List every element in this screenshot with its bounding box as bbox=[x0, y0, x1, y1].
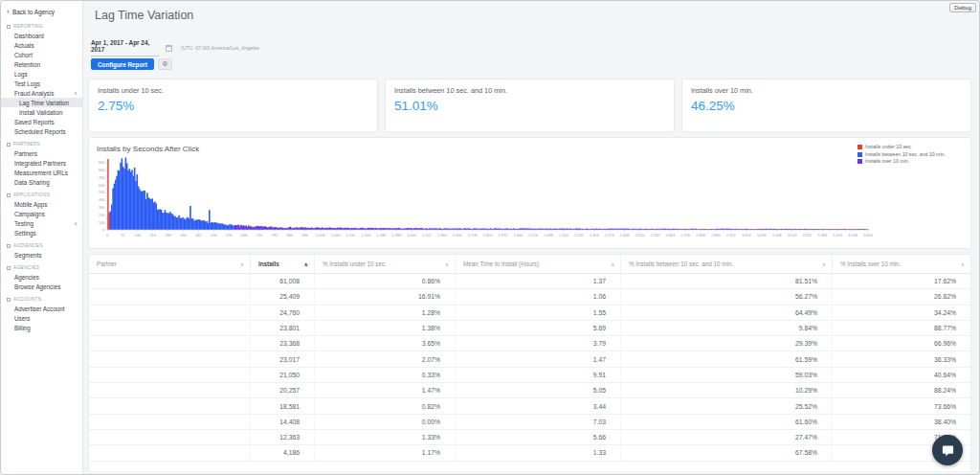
svg-text:3,024: 3,024 bbox=[742, 233, 752, 238]
table-row[interactable]: 18,5810.82%3.4425.52%73.66% bbox=[89, 398, 970, 414]
value-cell: 27.47% bbox=[620, 430, 832, 444]
value-cell: 1.47 bbox=[455, 351, 620, 366]
sidebar-item-mobile-apps[interactable]: Mobile Apps bbox=[1, 199, 82, 209]
value-cell: 3.44 bbox=[455, 398, 620, 413]
partner-cell bbox=[89, 430, 250, 444]
sidebar-item-dashboard[interactable]: Dashboard bbox=[1, 31, 82, 40]
chat-widget-button[interactable] bbox=[932, 435, 963, 465]
svg-text:864: 864 bbox=[287, 233, 294, 238]
sidebar-item-settings[interactable]: Settings bbox=[1, 228, 82, 238]
sidebar-item-label: Advertiser Account bbox=[14, 305, 65, 312]
svg-text:1,296: 1,296 bbox=[376, 233, 386, 238]
value-cell: 1.38% bbox=[314, 321, 455, 335]
svg-text:1,512: 1,512 bbox=[422, 233, 432, 238]
table-row[interactable]: 14,4080.00%7.0361.60%38.40% bbox=[89, 415, 970, 430]
column-header-installs-between-10-sec-and-10-min[interactable]: % Installs between 10 sec. and 10 min.∨ bbox=[620, 255, 832, 273]
sidebar-item-label: Retention bbox=[14, 61, 40, 68]
sidebar-item-testing[interactable]: Testing∨ bbox=[1, 218, 82, 228]
value-cell: 88.77% bbox=[832, 321, 970, 335]
value-cell: 1.55 bbox=[455, 305, 620, 320]
sidebar-item-logs[interactable]: Logs bbox=[1, 69, 82, 79]
sidebar-item-cohort[interactable]: Cohort bbox=[1, 50, 82, 59]
svg-text:72: 72 bbox=[121, 233, 124, 238]
sidebar-item-label: Data Sharing bbox=[14, 179, 50, 186]
value-cell: 1.33 bbox=[455, 445, 620, 460]
sidebar-item-saved-reports[interactable]: Saved Reports bbox=[1, 117, 82, 126]
table-body: 61,0080.86%1.3781.51%17.62%25,40916.91%1… bbox=[89, 274, 970, 462]
date-range-input[interactable]: Apr 1, 2017 - Apr 24, 2017 bbox=[91, 39, 159, 57]
svg-text:2,376: 2,376 bbox=[605, 233, 614, 238]
report-settings-button[interactable]: ⚙ bbox=[158, 58, 172, 70]
svg-text:1,080: 1,080 bbox=[331, 233, 342, 238]
back-label: Back to Agency bbox=[12, 9, 55, 15]
stat-value: 2.75% bbox=[98, 99, 368, 113]
sidebar-item-actuals[interactable]: Actuals bbox=[1, 40, 82, 50]
column-header-installs-under-10-sec[interactable]: % Installs under 10 sec.∨ bbox=[314, 255, 455, 273]
svg-text:504: 504 bbox=[211, 233, 217, 238]
svg-text:2,592: 2,592 bbox=[651, 233, 660, 238]
back-to-agency-link[interactable]: ‹ Back to Agency bbox=[1, 5, 82, 18]
table-row[interactable]: 23,8011.38%5.699.84%88.77% bbox=[89, 321, 970, 336]
svg-text:2,952: 2,952 bbox=[726, 233, 736, 238]
section-label: Applications bbox=[13, 192, 50, 197]
sort-asc-icon[interactable]: ∧ bbox=[304, 261, 308, 267]
sidebar-item-billing[interactable]: Billing bbox=[1, 323, 82, 332]
sidebar-item-agencies[interactable]: Agencies bbox=[1, 272, 82, 282]
table-row[interactable]: 23,0172.07%1.4761.59%36.33% bbox=[89, 351, 970, 367]
table-row[interactable]: 23,3683.65%3.7929.39%66.96% bbox=[89, 336, 970, 351]
value-cell: 23,801 bbox=[250, 321, 314, 335]
column-header-installs-over-10-min[interactable]: % Installs over 10 min.∨ bbox=[832, 255, 970, 273]
table-row[interactable]: 61,0080.86%1.3781.51%17.62% bbox=[89, 274, 970, 289]
sidebar-item-campaigns[interactable]: Campaigns bbox=[1, 209, 82, 218]
svg-text:2,520: 2,520 bbox=[635, 233, 646, 238]
debug-button[interactable]: Debug bbox=[949, 3, 976, 12]
sidebar-item-label: Logs bbox=[14, 71, 28, 78]
value-cell: 21,050 bbox=[250, 368, 314, 382]
sidebar-item-install-validation[interactable]: Install Validation bbox=[1, 107, 82, 117]
accounts-section-header: Accounts bbox=[1, 295, 82, 304]
sidebar-item-advertiser-account[interactable]: Advertiser Account bbox=[1, 304, 82, 313]
sidebar-item-users[interactable]: Users bbox=[1, 313, 82, 323]
sidebar-item-data-sharing[interactable]: Data Sharing bbox=[1, 177, 82, 187]
audiences-section-header: Audiences bbox=[1, 241, 82, 250]
sidebar-item-fraud-analysis[interactable]: Fraud Analysis∧ bbox=[1, 88, 82, 98]
column-header-partner[interactable]: Partner∨ bbox=[89, 255, 250, 273]
value-cell: 5.66 bbox=[455, 430, 620, 444]
collapse-chevron-icon: ∧ bbox=[74, 90, 78, 96]
sidebar-item-test-logs[interactable]: Test Logs bbox=[1, 79, 82, 88]
svg-text:3,096: 3,096 bbox=[757, 233, 767, 238]
partner-cell bbox=[89, 336, 250, 351]
table-row[interactable]: 20,2571.47%5.0510.29%88.24% bbox=[89, 383, 970, 398]
svg-text:3,312: 3,312 bbox=[803, 233, 813, 238]
value-cell: 0.86% bbox=[314, 274, 455, 288]
table-row[interactable]: 4,1861.17%1.3367.58%31.25% bbox=[89, 445, 970, 461]
sidebar-item-partners[interactable]: Partners bbox=[1, 148, 82, 158]
sidebar-item-lag-time-variation[interactable]: Lag Time Variation bbox=[1, 98, 82, 107]
column-header-installs[interactable]: Installs∧ bbox=[250, 255, 314, 273]
configure-report-button[interactable]: Configure Report bbox=[91, 58, 154, 70]
filter-chevron-icon[interactable]: ∨ bbox=[961, 261, 965, 267]
sidebar-item-segments[interactable]: Segments bbox=[1, 250, 82, 260]
column-header-mean-time-to-install-hours[interactable]: Mean Time to Install (Hours)∨ bbox=[455, 255, 620, 273]
sidebar-item-integrated-partners[interactable]: Integrated Partners bbox=[1, 158, 82, 168]
filter-chevron-icon[interactable]: ∨ bbox=[445, 261, 449, 267]
sidebar-item-retention[interactable]: Retention bbox=[1, 59, 82, 69]
value-cell: 0.82% bbox=[314, 398, 455, 413]
table-row[interactable]: 24,7601.28%1.5564.49%34.24% bbox=[89, 305, 970, 321]
value-cell: 40.64% bbox=[832, 368, 970, 382]
svg-text:288: 288 bbox=[165, 233, 171, 238]
sidebar-item-scheduled-reports[interactable]: Scheduled Reports bbox=[1, 126, 82, 136]
table-row[interactable]: 25,40916.91%1.0656.27%26.82% bbox=[89, 289, 970, 305]
value-cell: 3.65% bbox=[314, 336, 455, 351]
sidebar-item-measurement-urls[interactable]: Measurement URLs bbox=[1, 168, 82, 177]
filter-chevron-icon[interactable]: ∨ bbox=[822, 261, 826, 267]
value-cell: 2.07% bbox=[314, 351, 455, 366]
partner-cell bbox=[89, 445, 250, 460]
filter-chevron-icon[interactable]: ∨ bbox=[611, 261, 614, 267]
filter-chevron-icon[interactable]: ∨ bbox=[240, 261, 244, 267]
sidebar-item-label: Install Validation bbox=[19, 109, 62, 116]
sidebar-item-browse-agencies[interactable]: Browse Agencies bbox=[1, 282, 82, 291]
table-row[interactable]: 21,0500.33%9.9159.03%40.64% bbox=[89, 368, 970, 383]
calendar-icon[interactable] bbox=[166, 45, 172, 52]
table-row[interactable]: 12,3631.33%5.6627.47%71.20% bbox=[89, 430, 970, 445]
